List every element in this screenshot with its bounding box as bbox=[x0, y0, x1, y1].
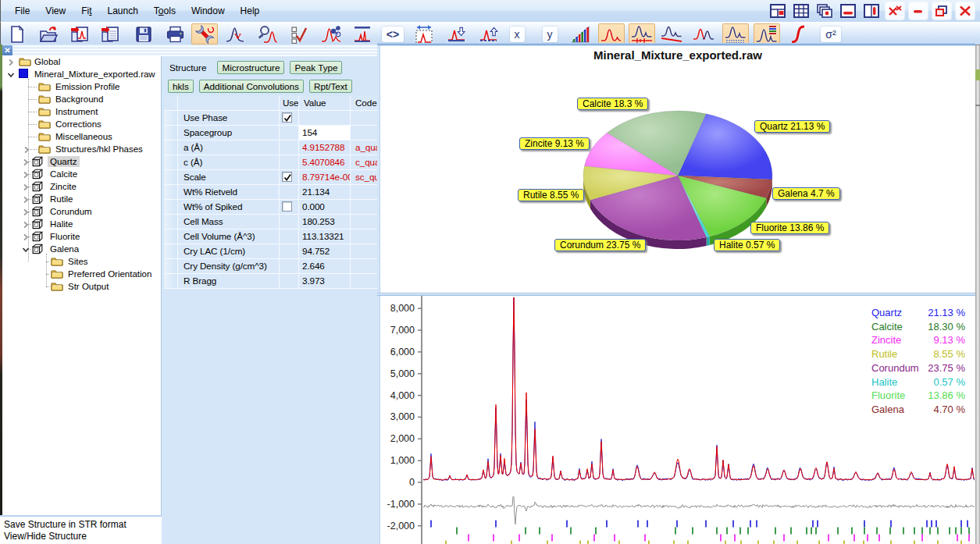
row-gutter[interactable] bbox=[164, 140, 178, 155]
tree-label[interactable]: Instrument bbox=[53, 106, 100, 117]
use-checkbox-checked[interactable] bbox=[282, 172, 292, 182]
expand-arrow-icon[interactable] bbox=[22, 195, 30, 203]
menu-file[interactable]: File bbox=[7, 3, 37, 19]
minimize-button[interactable] bbox=[909, 2, 928, 20]
sigma-squared-button[interactable]: σ² bbox=[818, 23, 844, 44]
row-gutter[interactable] bbox=[164, 170, 178, 185]
tree-item-calcite[interactable]: Calcite bbox=[2, 168, 161, 180]
tree-label[interactable]: Preferred Orientation bbox=[66, 268, 154, 279]
close-all-button[interactable] bbox=[886, 2, 904, 20]
wrench-button[interactable] bbox=[191, 23, 218, 44]
split-horizontal-button[interactable] bbox=[839, 2, 857, 20]
pie-label-calcite[interactable]: Calcite 18.3 % bbox=[577, 98, 648, 110]
tree-label[interactable]: Galena bbox=[48, 244, 81, 254]
tree-label[interactable]: Corundum bbox=[48, 206, 94, 217]
peak-insert-button[interactable] bbox=[223, 23, 249, 44]
menu-help[interactable]: Help bbox=[233, 3, 268, 19]
tree-item-instrument[interactable]: Instrument bbox=[2, 105, 161, 118]
tree-label[interactable]: Mineral_Mixture_exported.raw bbox=[32, 69, 158, 80]
pie-label-galena[interactable]: Galena 4.7 % bbox=[772, 187, 840, 200]
collapse-arrow-icon[interactable] bbox=[7, 70, 15, 78]
tree-label[interactable]: Corrections bbox=[53, 119, 104, 130]
tree-item-halite[interactable]: Halite bbox=[2, 218, 161, 230]
tree-label[interactable]: Zincite bbox=[48, 181, 79, 192]
tree-item-str-output[interactable]: Str Output bbox=[2, 280, 161, 293]
tree-item-galena[interactable]: Galena bbox=[2, 243, 161, 255]
expand-arrow-icon[interactable] bbox=[22, 208, 30, 215]
tree-label[interactable]: Quartz bbox=[48, 156, 80, 167]
tree-item-quartz[interactable]: Quartz bbox=[2, 155, 161, 168]
peak-up-button[interactable] bbox=[476, 23, 502, 44]
right-scroll-strip[interactable] bbox=[975, 44, 980, 544]
expand-arrow-icon[interactable] bbox=[22, 183, 30, 190]
peak-axis-button[interactable] bbox=[349, 23, 376, 44]
two-peaks-button[interactable] bbox=[690, 23, 717, 44]
menu-window[interactable]: Window bbox=[184, 3, 233, 19]
legend-peaks-button[interactable] bbox=[754, 23, 780, 44]
row-gutter[interactable] bbox=[164, 274, 178, 289]
tree-label[interactable]: Str Output bbox=[66, 281, 111, 292]
fit-options-button[interactable] bbox=[286, 23, 312, 44]
tree-item-miscellaneous[interactable]: Miscellaneous bbox=[2, 130, 161, 143]
split-vertical-button[interactable] bbox=[862, 2, 881, 20]
pie-label-quartz[interactable]: Quartz 21.13 % bbox=[754, 120, 830, 133]
close-button[interactable] bbox=[956, 2, 975, 20]
panel-close-button[interactable]: ✕ bbox=[2, 45, 12, 55]
param-tab-rpt-text[interactable]: Rpt/Text bbox=[309, 80, 352, 93]
tree-item-corundum[interactable]: Corundum bbox=[2, 205, 161, 218]
expand-arrow-icon[interactable] bbox=[22, 170, 30, 178]
row-gutter[interactable] bbox=[164, 215, 178, 229]
tree-item-sites[interactable]: Sites bbox=[2, 255, 161, 268]
single-peak-button[interactable] bbox=[598, 23, 625, 44]
tree-label[interactable]: Rutile bbox=[48, 194, 75, 204]
tree-label[interactable]: Sites bbox=[66, 256, 91, 267]
use-checkbox-unchecked[interactable] bbox=[282, 201, 292, 212]
row-gutter[interactable] bbox=[164, 259, 178, 274]
tree-label[interactable]: Structures/hkl Phases bbox=[53, 144, 145, 155]
row-gutter[interactable] bbox=[164, 200, 178, 215]
panel-grip-bar[interactable]: ✕ bbox=[2, 44, 377, 56]
use-checkbox-checked[interactable] bbox=[282, 112, 292, 123]
new-document-button[interactable] bbox=[4, 23, 30, 44]
import-scan-button[interactable] bbox=[67, 23, 94, 44]
y-axis-button[interactable]: y bbox=[536, 23, 563, 44]
tree-item-fluorite[interactable]: Fluorite bbox=[2, 230, 161, 243]
menu-launch[interactable]: Launch bbox=[99, 3, 145, 19]
background-line-button[interactable] bbox=[658, 23, 685, 44]
param-tab-additional-convolutions[interactable]: Additional Convolutions bbox=[199, 80, 304, 93]
x-axis-button[interactable]: x bbox=[504, 23, 530, 44]
tree-item-preferred-orientation[interactable]: Preferred Orientation bbox=[2, 268, 161, 280]
zoom-range-button[interactable] bbox=[411, 23, 437, 44]
pie-label-halite[interactable]: Halite 0.57 % bbox=[714, 239, 780, 251]
restore-button[interactable] bbox=[932, 2, 951, 20]
row-gutter[interactable] bbox=[164, 229, 178, 244]
row-gutter[interactable] bbox=[164, 126, 178, 140]
cumulative-bars-button[interactable] bbox=[567, 23, 593, 44]
menu-view[interactable]: View bbox=[37, 3, 73, 19]
pie-label-fluorite[interactable]: Fluorite 13.86 % bbox=[750, 222, 829, 234]
row-gutter[interactable] bbox=[164, 244, 178, 259]
import-file-button[interactable] bbox=[98, 23, 124, 44]
tree-label[interactable]: Background bbox=[53, 94, 105, 105]
row-gutter[interactable] bbox=[164, 155, 178, 170]
tree-item-emission-profile[interactable]: Emission Profile bbox=[2, 80, 161, 93]
tree-label[interactable]: Halite bbox=[48, 219, 75, 229]
tree-label[interactable]: Global bbox=[32, 56, 62, 67]
param-tab-hkls[interactable]: hkls bbox=[168, 80, 194, 93]
peak-down-button[interactable] bbox=[444, 23, 470, 44]
tree-item-rutile[interactable]: Rutile bbox=[2, 193, 161, 205]
tree-label[interactable]: Fluorite bbox=[48, 231, 82, 242]
pie-label-zincite[interactable]: Zincite 9.13 % bbox=[519, 137, 590, 150]
hint-view-hide-structure[interactable]: View/Hide Structure bbox=[4, 531, 162, 542]
menu-fit[interactable]: Fit bbox=[73, 3, 99, 19]
tree-item-structures-hkl-phases[interactable]: Structures/hkl Phases bbox=[2, 143, 161, 155]
tree-item-zincite[interactable]: Zincite bbox=[2, 180, 161, 193]
cascade-windows-button[interactable] bbox=[815, 2, 834, 20]
hkl-ticks-button[interactable] bbox=[722, 23, 749, 44]
print-button[interactable] bbox=[162, 23, 188, 44]
tree-item-corrections[interactable]: Corrections bbox=[2, 118, 161, 130]
expand-arrow-icon[interactable] bbox=[22, 220, 30, 228]
row-gutter[interactable] bbox=[164, 185, 178, 200]
param-value-input[interactable]: 154 bbox=[299, 126, 351, 140]
param-tab-peak-type[interactable]: Peak Type bbox=[290, 61, 342, 74]
